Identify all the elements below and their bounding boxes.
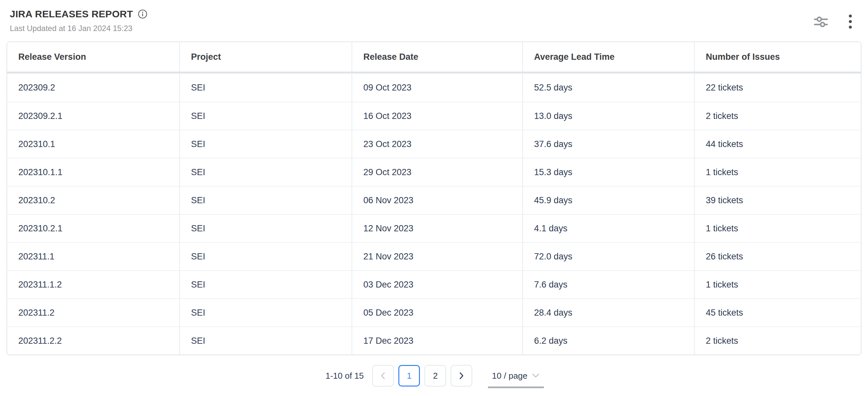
settings-sliders-icon[interactable] <box>812 12 830 31</box>
chevron-left-icon <box>379 371 386 381</box>
cell-release-version: 202311.2.2 <box>7 326 179 355</box>
cell-average-lead-time: 52.5 days <box>522 73 694 102</box>
cell-number-of-issues: 1 tickets <box>694 270 862 298</box>
cell-project: SEI <box>179 214 351 242</box>
cell-release-date: 16 Oct 2023 <box>351 102 522 130</box>
cell-project: SEI <box>179 270 351 298</box>
column-header-number-of-issues: Number of Issues <box>694 42 862 73</box>
cell-average-lead-time: 45.9 days <box>522 186 694 214</box>
page-title: JIRA RELEASES REPORT <box>10 8 133 20</box>
cell-release-date: 29 Oct 2023 <box>351 158 522 186</box>
cell-project: SEI <box>179 298 351 326</box>
cell-average-lead-time: 28.4 days <box>522 298 694 326</box>
chevron-down-icon <box>531 373 540 379</box>
cell-project: SEI <box>179 102 351 130</box>
table-row: 202311.1 SEI 21 Nov 2023 72.0 days 26 ti… <box>7 242 862 270</box>
cell-project: SEI <box>179 186 351 214</box>
page-2-button[interactable]: 2 <box>425 365 446 387</box>
cell-average-lead-time: 6.2 days <box>522 326 694 355</box>
table-row: 202311.1.2 SEI 03 Dec 2023 7.6 days 1 ti… <box>7 270 862 298</box>
table-row: 202309.2.1 SEI 16 Oct 2023 13.0 days 2 t… <box>7 102 862 130</box>
cell-release-version: 202309.2.1 <box>7 102 179 130</box>
chevron-right-icon <box>458 371 465 381</box>
page-size-value: 10 / page <box>492 371 527 381</box>
last-updated-label: Last Updated at 16 Jan 2024 15:23 <box>10 24 148 33</box>
table-row: 202310.1 SEI 23 Oct 2023 37.6 days 44 ti… <box>7 130 862 158</box>
pagination-range-label: 1-10 of 15 <box>326 371 364 381</box>
cell-average-lead-time: 15.3 days <box>522 158 694 186</box>
cell-project: SEI <box>179 73 351 102</box>
cell-release-version: 202310.2 <box>7 186 179 214</box>
previous-page-button[interactable] <box>372 365 394 387</box>
cell-release-date: 23 Oct 2023 <box>351 130 522 158</box>
cell-release-version: 202311.1.2 <box>7 270 179 298</box>
report-header: JIRA RELEASES REPORT Last Updated at 16 … <box>0 0 868 33</box>
table-header-row: Release Version Project Release Date Ave… <box>7 42 862 73</box>
cell-number-of-issues: 44 tickets <box>694 130 862 158</box>
table-row: 202311.2 SEI 05 Dec 2023 28.4 days 45 ti… <box>7 298 862 326</box>
column-header-project: Project <box>179 42 351 73</box>
cell-release-date: 12 Nov 2023 <box>351 214 522 242</box>
cell-number-of-issues: 1 tickets <box>694 214 862 242</box>
cell-number-of-issues: 39 tickets <box>694 186 862 214</box>
kebab-menu-icon[interactable] <box>847 13 854 30</box>
cell-number-of-issues: 2 tickets <box>694 326 862 355</box>
next-page-button[interactable] <box>451 365 472 387</box>
cell-release-version: 202310.1 <box>7 130 179 158</box>
column-header-release-date: Release Date <box>351 42 522 73</box>
cell-average-lead-time: 37.6 days <box>522 130 694 158</box>
cell-release-date: 05 Dec 2023 <box>351 298 522 326</box>
page-size-select[interactable]: 10 / page <box>489 371 542 381</box>
cell-number-of-issues: 1 tickets <box>694 158 862 186</box>
cell-release-version: 202310.2.1 <box>7 214 179 242</box>
table-row: 202309.2 SEI 09 Oct 2023 52.5 days 22 ti… <box>7 73 862 102</box>
cell-release-date: 03 Dec 2023 <box>351 270 522 298</box>
column-header-release-version: Release Version <box>7 42 179 73</box>
releases-table-card: Release Version Project Release Date Ave… <box>6 41 862 355</box>
table-row: 202310.2.1 SEI 12 Nov 2023 4.1 days 1 ti… <box>7 214 862 242</box>
releases-table: Release Version Project Release Date Ave… <box>7 42 862 355</box>
cell-number-of-issues: 26 tickets <box>694 242 862 270</box>
info-icon[interactable] <box>138 9 148 19</box>
cell-average-lead-time: 13.0 days <box>522 102 694 130</box>
cell-release-version: 202310.1.1 <box>7 158 179 186</box>
title-block: JIRA RELEASES REPORT Last Updated at 16 … <box>10 8 148 33</box>
cell-average-lead-time: 4.1 days <box>522 214 694 242</box>
cell-number-of-issues: 22 tickets <box>694 73 862 102</box>
cell-average-lead-time: 72.0 days <box>522 242 694 270</box>
cell-number-of-issues: 2 tickets <box>694 102 862 130</box>
cell-project: SEI <box>179 130 351 158</box>
cell-number-of-issues: 45 tickets <box>694 298 862 326</box>
table-row: 202311.2.2 SEI 17 Dec 2023 6.2 days 2 ti… <box>7 326 862 355</box>
cell-project: SEI <box>179 326 351 355</box>
cell-average-lead-time: 7.6 days <box>522 270 694 298</box>
cell-release-version: 202309.2 <box>7 73 179 102</box>
cell-release-date: 09 Oct 2023 <box>351 73 522 102</box>
cell-release-date: 17 Dec 2023 <box>351 326 522 355</box>
cell-project: SEI <box>179 242 351 270</box>
table-row: 202310.2 SEI 06 Nov 2023 45.9 days 39 ti… <box>7 186 862 214</box>
table-row: 202310.1.1 SEI 29 Oct 2023 15.3 days 1 t… <box>7 158 862 186</box>
cell-release-date: 21 Nov 2023 <box>351 242 522 270</box>
cell-release-version: 202311.2 <box>7 298 179 326</box>
column-header-average-lead-time: Average Lead Time <box>522 42 694 73</box>
cell-release-version: 202311.1 <box>7 242 179 270</box>
pagination: 1-10 of 15 1 2 10 / page <box>0 365 868 387</box>
page-1-button[interactable]: 1 <box>398 365 420 387</box>
header-actions <box>812 12 854 31</box>
cell-project: SEI <box>179 158 351 186</box>
cell-release-date: 06 Nov 2023 <box>351 186 522 214</box>
